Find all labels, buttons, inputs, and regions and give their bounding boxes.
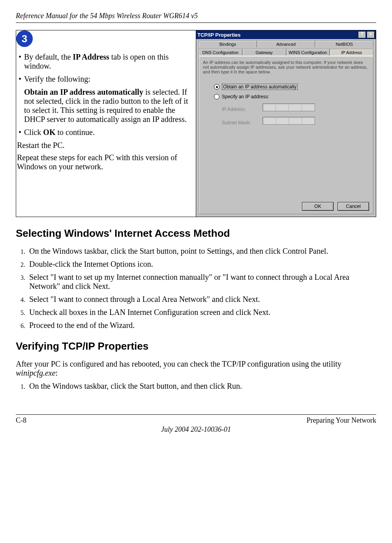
list-item: On the Windows taskbar, click the Start … xyxy=(27,247,376,256)
footer-section: Preparing Your Network xyxy=(307,416,376,425)
section-heading-internet-access: Selecting Windows' Internet Access Metho… xyxy=(16,227,376,240)
bullet-icon: • xyxy=(19,52,24,71)
bullet-icon: • xyxy=(19,128,24,137)
radio-specify-row[interactable]: Specify an IP address: xyxy=(214,94,369,99)
tabs-row-1: Bindings Advanced NetBIOS xyxy=(199,41,373,47)
radio-specify-label: Specify an IP address: xyxy=(222,94,269,99)
tab-ip-address[interactable]: IP Address xyxy=(330,49,373,56)
step-table: 3 • By default, the IP Address tab is op… xyxy=(16,30,376,217)
tab-dns-configuration[interactable]: DNS Configuration xyxy=(199,49,242,56)
list-item: Select "I want to connect through a Loca… xyxy=(27,295,376,304)
tab-advanced[interactable]: Advanced xyxy=(257,41,315,47)
subnet-mask-input xyxy=(263,117,315,125)
tabs-row-2: DNS Configuration Gateway WINS Configura… xyxy=(199,49,373,56)
tcpip-properties-dialog: TCP/IP Properties ? × Bindings Advanced … xyxy=(196,30,376,214)
list-item: Proceed to the end of the Wizard. xyxy=(27,321,376,330)
bullet-spacer xyxy=(19,88,24,124)
list-item: Select "I want to set up my Internet con… xyxy=(27,273,376,291)
dialog-title: TCP/IP Properties xyxy=(197,32,241,38)
radio-obtain-label: Obtain an IP address automatically xyxy=(222,84,298,90)
screenshot-cell: TCP/IP Properties ? × Bindings Advanced … xyxy=(196,30,376,217)
dialog-titlebar: TCP/IP Properties ? × xyxy=(196,30,376,39)
bullet-verify: Verify the following: xyxy=(24,75,196,84)
tab-netbios[interactable]: NetBIOS xyxy=(315,41,373,47)
radio-icon[interactable] xyxy=(214,94,219,99)
radio-obtain-row[interactable]: Obtain an IP address automatically xyxy=(214,84,369,90)
internet-access-steps: On the Windows taskbar, click the Start … xyxy=(16,247,376,330)
cancel-button[interactable]: Cancel xyxy=(338,202,369,211)
ok-button[interactable]: OK xyxy=(302,202,334,211)
tab-gateway[interactable]: Gateway xyxy=(242,49,286,56)
list-item: Uncheck all boxes in the LAN Internet Co… xyxy=(27,308,376,317)
ip-fields-group: IP Address: Subnet Mask: xyxy=(222,103,369,125)
bullet-ip-address-tab: By default, the IP Address tab is open o… xyxy=(24,52,196,71)
subnet-mask-label: Subnet Mask: xyxy=(222,120,261,125)
close-button[interactable]: × xyxy=(367,31,375,38)
dialog-help-text: An IP address can be automatically assig… xyxy=(203,60,369,74)
running-head: Reference Manual for the 54 Mbps Wireles… xyxy=(16,12,376,22)
list-item: On the Windows taskbar, click the Start … xyxy=(27,382,376,391)
tab-wins-configuration[interactable]: WINS Configuration xyxy=(286,49,330,56)
ip-address-input xyxy=(263,103,315,111)
repeat-paragraph: Repeat these steps for each PC with this… xyxy=(17,153,196,171)
page-number: C-8 xyxy=(16,416,26,425)
footer-date-docid: July 2004 202-10036-01 xyxy=(16,425,376,434)
obtain-ip-paragraph: Obtain an IP address automatically is se… xyxy=(24,88,196,124)
list-item: Double-click the Internet Options icon. xyxy=(27,260,376,269)
step-number-badge: 3 xyxy=(16,30,33,47)
radio-icon[interactable] xyxy=(214,84,219,90)
ip-address-label: IP Address: xyxy=(222,107,261,112)
tab-bindings[interactable]: Bindings xyxy=(199,41,257,47)
restart-paragraph: Restart the PC. xyxy=(17,141,196,150)
bullet-icon: • xyxy=(19,75,24,84)
section-heading-verifying: Verifying TCP/IP Properties xyxy=(16,340,376,352)
tab-panel: An IP address can be automatically assig… xyxy=(199,56,373,214)
help-button[interactable]: ? xyxy=(358,31,366,38)
verifying-intro: After your PC is configured and has rebo… xyxy=(16,360,376,378)
instructions-cell: 3 • By default, the IP Address tab is op… xyxy=(16,30,196,217)
footer-rule xyxy=(16,414,376,415)
top-rule xyxy=(16,22,376,23)
verifying-steps: On the Windows taskbar, click the Start … xyxy=(16,382,376,391)
bullet-click-ok: Click OK to continue. xyxy=(24,128,196,137)
